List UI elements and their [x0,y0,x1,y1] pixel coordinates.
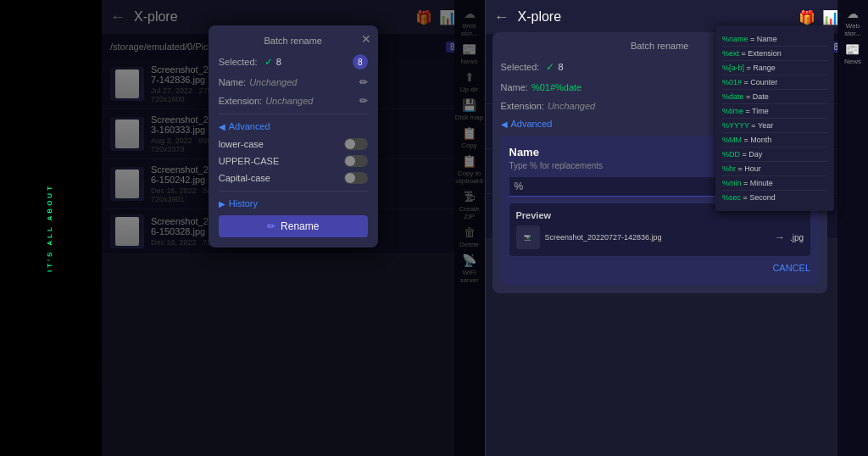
preview-box: Preview 📷 Screenshot_20220727-142836.jpg… [509,203,811,256]
advanced-toggle[interactable]: ◀ Advanced [219,121,368,131]
name-value: Unchanged [249,77,356,87]
selected-row: Selected: ✓ 8 8 [219,54,368,70]
capital-case-row: Capital-case [219,172,368,184]
ext-edit-icon[interactable]: ✏ [359,95,368,107]
preview-item: 📷 Screenshot_20220727-142836.jpg → .jpg [516,225,804,249]
hint-year: %YYYY = Year [722,119,827,133]
preview-label: Preview [516,210,804,220]
hint-ext: %ext = Extension [722,47,827,61]
rename-button[interactable]: ✏ Rename [219,215,368,237]
hint-time: %time = Time [722,104,827,119]
right-advanced-arrow-icon: ◀ [501,120,508,129]
name-edit-icon[interactable]: ✏ [359,76,368,88]
right-toolbar-news-label: News [844,58,861,65]
dialog-close-button[interactable]: ✕ [361,32,371,46]
left-batch-rename-dialog: Batch rename ✕ Selected: ✓ 8 8 Name: Unc… [209,25,378,247]
dialog-title: Batch rename [219,36,368,46]
hint-date: %date = Date [722,90,827,104]
advanced-label: Advanced [229,121,270,131]
right-back-button[interactable]: ← [494,8,509,26]
right-side-toolbar: ☁Web stor... 📰News [837,0,868,456]
capital-case-label: Capital-case [219,173,344,183]
capital-case-toggle[interactable] [344,172,368,184]
hint-month: %MM = Month [722,133,827,147]
lower-case-label: lower-case [219,139,344,149]
name-row: Name: Unchanged ✏ [219,76,368,88]
dialog-divider [219,114,368,114]
right-selected-label: Selected: [501,62,540,72]
right-web-store-icon: ☁ [847,7,859,20]
advanced-arrow-icon: ◀ [219,122,225,131]
hint-second: %sec = Second [722,191,827,204]
right-ext-label: Extension: [501,101,544,111]
cancel-button[interactable]: CANCEL [509,263,811,273]
right-gift-icon[interactable]: 🎁 [798,9,815,25]
right-selected-checkmark: ✓ [546,61,554,73]
hint-minute: %min = Minute [722,176,827,191]
hint-counter: %01# = Counter [722,75,827,90]
history-arrow-icon: ▶ [219,199,225,209]
android-subtext: IT'S ALL ABOUT [46,184,53,272]
ext-value: Unchanged [265,96,356,106]
lower-case-toggle[interactable] [344,138,368,150]
hint-hour: %hr = Hour [722,162,827,176]
preview-arrow-icon: → [775,231,785,243]
left-phone-panel: ← X-plore 🎁 📊 ⋮ /storage/emulated/0/Pict… [102,0,485,456]
right-advanced-label: Advanced [511,119,553,129]
right-app-title: X-plore [518,9,799,25]
preview-filename: Screenshot_20220727-142836.jpg [545,233,770,242]
selected-value: 8 [276,57,349,67]
selected-checkmark: ✓ [264,56,273,68]
hint-day: %DD = Day [722,147,827,162]
hint-name: %name = Name [722,32,827,47]
left-dialog-overlay: Batch rename ✕ Selected: ✓ 8 8 Name: Unc… [102,0,485,456]
right-news-icon: 📰 [845,42,860,56]
right-chart-icon[interactable]: 📊 [822,9,839,25]
rename-label: Rename [281,220,319,232]
lower-case-row: lower-case [219,138,368,150]
android-branding: ANDROID IT'S ALL ABOUT [0,0,102,456]
upper-case-label: UPPER-CASE [219,156,344,166]
ext-label: Extension: [219,96,262,106]
preview-file-icon: 📷 [516,225,540,249]
right-toolbar-web-store-label: Web stor... [837,22,868,37]
dialog-divider2 [219,191,368,192]
history-label: History [229,198,258,209]
right-toolbar-web-store[interactable]: ☁Web stor... [837,7,868,37]
upper-case-row: UPPER-CASE [219,155,368,167]
hints-panel: %name = Name %ext = Extension %[a-b] = R… [715,25,834,211]
upper-case-toggle[interactable] [344,155,368,167]
history-toggle[interactable]: ▶ History [219,198,368,209]
hint-range: %[a-b] = Range [722,61,827,75]
ext-row: Extension: Unchanged ✏ [219,95,368,107]
selected-label: Selected: [219,57,258,67]
right-phone-panel: ← X-plore 🎁 📊 ⋮ /storage/emulated/0/Pict… [485,0,869,456]
name-label: Name: [219,77,246,87]
selected-count-badge: 8 [353,54,368,70]
preview-ext: .jpg [790,233,804,242]
rename-icon: ✏ [267,220,275,232]
right-toolbar-news[interactable]: 📰News [844,42,861,65]
right-name-label: Name: [501,82,528,92]
